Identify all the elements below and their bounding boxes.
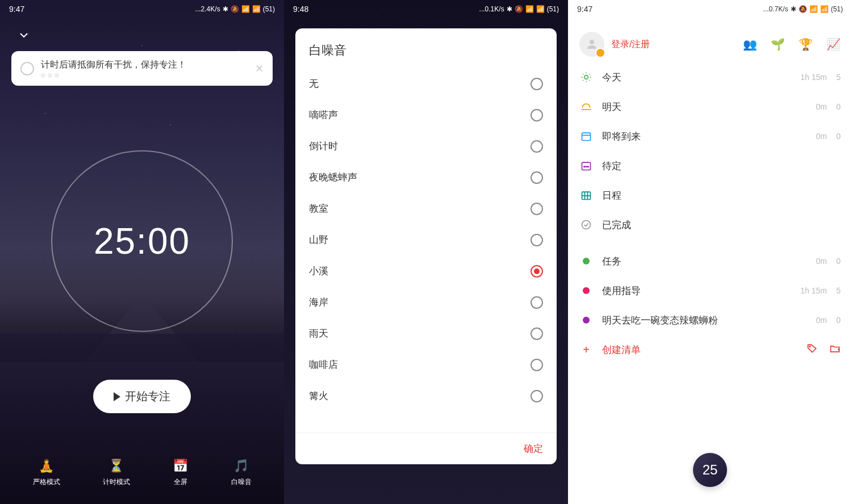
noise-option[interactable]: 倒计时	[300, 131, 552, 162]
svg-line-8	[583, 80, 583, 81]
create-list-button[interactable]: 创建清单	[602, 343, 641, 356]
noise-option[interactable]: 咖啡店	[300, 349, 552, 380]
task-time: 1h 15m	[800, 286, 827, 295]
modal-footer: 确定	[295, 432, 557, 464]
radio-button[interactable]	[531, 234, 543, 246]
collapse-button[interactable]	[17, 28, 31, 45]
task-label: 使用指导	[602, 284, 800, 297]
calendar-icon: 📅	[173, 458, 189, 474]
radio-button[interactable]	[531, 327, 543, 340]
noise-option[interactable]: 山野	[300, 224, 552, 255]
profile-actions: 👥 🌱 🏆 📈	[743, 37, 841, 51]
sunset-icon	[579, 100, 593, 114]
status-bar: 9:47 ...2.4K/s ✱ 🔕 📶 📶 (51)	[0, 0, 284, 18]
svg-point-0	[590, 40, 594, 44]
menu-list: 今天 1h 15m 5 明天 0m 0 即将到来 0m 0 待定 日程 已完成 …	[568, 62, 852, 365]
task-label: 任务	[602, 255, 816, 268]
noise-option[interactable]: 嘀嗒声	[300, 99, 552, 131]
noise-option[interactable]: 雨天	[300, 318, 552, 349]
mute-icon: 🔕	[515, 5, 523, 13]
radio-button[interactable]	[531, 296, 543, 309]
menu-time: 1h 15m	[800, 73, 827, 82]
status-time: 9:47	[577, 5, 592, 14]
trophy-icon[interactable]: 🏆	[799, 37, 813, 51]
bluetooth-icon: ✱	[223, 5, 228, 13]
radio-button[interactable]	[531, 203, 543, 215]
task-banner[interactable]: 计时后请抵御所有干扰，保持专注！ ✕	[11, 51, 273, 86]
menu-item[interactable]: 已完成	[568, 210, 852, 240]
menu-item[interactable]: 日程	[568, 180, 852, 210]
mute-icon: 🔕	[799, 5, 807, 13]
bottom-mode-bar: 🧘 严格模式 ⏳ 计时模式 📅 全屏 🎵 白噪音	[0, 458, 284, 487]
svg-line-6	[583, 74, 583, 74]
noise-options-list[interactable]: 无嘀嗒声倒计时夜晚蟋蟀声教室山野小溪海岸雨天咖啡店篝火	[295, 68, 557, 432]
sun-icon	[579, 70, 593, 84]
timer-circle[interactable]: 25:00	[51, 150, 233, 332]
timer-mode-button[interactable]: ⏳ 计时模式	[103, 458, 130, 487]
plant-icon[interactable]: 🌱	[771, 37, 785, 51]
svg-line-9	[589, 74, 590, 74]
login-register-link[interactable]: 登录/注册	[611, 39, 650, 51]
noise-option[interactable]: 海岸	[300, 287, 552, 318]
tag-icon[interactable]	[807, 343, 818, 357]
meditation-icon: 🧘	[39, 458, 55, 474]
menu-label: 待定	[602, 159, 827, 173]
noise-option[interactable]: 小溪	[300, 255, 552, 287]
noise-option-label: 嘀嗒声	[309, 108, 338, 121]
noise-option-label: 教室	[309, 202, 328, 215]
radio-button[interactable]	[531, 265, 543, 278]
task-time: 0m	[816, 257, 827, 266]
wifi-icon: 📶	[252, 5, 261, 13]
strict-mode-button[interactable]: 🧘 严格模式	[33, 458, 60, 487]
menu-count: 5	[834, 73, 841, 82]
noise-option[interactable]: 无	[300, 68, 552, 99]
task-list-item[interactable]: 明天去吃一碗变态辣螺蛳粉 0m 0	[568, 305, 852, 335]
radio-button[interactable]	[531, 78, 543, 90]
noise-option-label: 无	[309, 77, 319, 90]
task-list-item[interactable]: 任务 0m 0	[568, 246, 852, 276]
timer-fab[interactable]: 25	[693, 453, 727, 487]
radio-button[interactable]	[531, 109, 543, 121]
menu-item[interactable]: 待定	[568, 151, 852, 180]
menu-time: 0m	[816, 102, 827, 111]
close-icon[interactable]: ✕	[255, 62, 264, 75]
radio-button[interactable]	[531, 171, 543, 184]
hourglass-icon: ⏳	[108, 458, 124, 474]
confirm-button[interactable]: 确定	[524, 443, 543, 454]
noise-option-label: 山野	[309, 233, 328, 246]
task-time: 0m	[816, 316, 827, 325]
radio-button[interactable]	[531, 140, 543, 153]
dot-icon	[579, 284, 593, 297]
noise-option[interactable]: 篝火	[300, 380, 552, 411]
calendar-icon	[579, 129, 593, 143]
radio-button[interactable]	[531, 359, 543, 371]
avatar[interactable]	[579, 32, 604, 57]
noise-option[interactable]: 夜晚蟋蟀声	[300, 162, 552, 193]
fullscreen-button[interactable]: 📅 全屏	[173, 458, 189, 487]
calendar-dots-icon	[579, 159, 593, 173]
battery-icon: (51)	[547, 5, 559, 13]
noise-option[interactable]: 教室	[300, 193, 552, 224]
menu-item[interactable]: 即将到来 0m 0	[568, 121, 852, 151]
menu-label: 即将到来	[602, 130, 816, 143]
noise-option-label: 海岸	[309, 296, 328, 309]
menu-count: 0	[834, 102, 841, 111]
plus-icon[interactable]: +	[579, 343, 593, 356]
menu-item[interactable]: 明天 0m 0	[568, 92, 852, 121]
menu-item[interactable]: 今天 1h 15m 5	[568, 62, 852, 92]
svg-point-21	[582, 221, 591, 229]
task-list-item[interactable]: 使用指导 1h 15m 5	[568, 276, 852, 305]
white-noise-button[interactable]: 🎵 白噪音	[231, 458, 252, 487]
start-focus-button[interactable]: 开始专注	[93, 380, 191, 413]
task-label: 明天去吃一碗变态辣螺蛳粉	[602, 314, 816, 327]
folder-icon[interactable]	[829, 343, 841, 357]
music-icon: 🎵	[233, 458, 249, 474]
noise-option-label: 篝火	[309, 389, 328, 402]
menu-label: 已完成	[602, 219, 827, 232]
people-icon[interactable]: 👥	[743, 37, 757, 51]
task-checkbox[interactable]	[20, 62, 34, 75]
noise-option-label: 雨天	[309, 327, 328, 340]
status-time: 9:47	[9, 5, 24, 14]
radio-button[interactable]	[531, 390, 543, 402]
stats-icon[interactable]: 📈	[826, 37, 841, 51]
